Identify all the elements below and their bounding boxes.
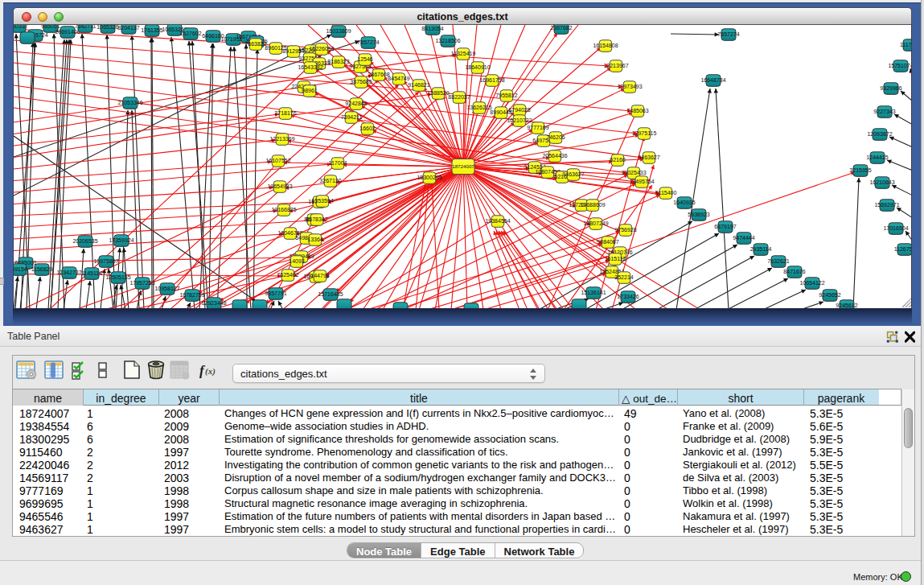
svg-text:(x): (x): [205, 366, 216, 377]
svg-text:1640935: 1640935: [673, 200, 695, 205]
svg-text:15136141: 15136141: [581, 290, 606, 295]
svg-text:9329966: 9329966: [880, 85, 901, 91]
svg-text:7857274: 7857274: [357, 39, 379, 45]
svg-text:98961: 98961: [302, 88, 318, 93]
svg-text:16107552: 16107552: [265, 158, 290, 163]
svg-text:16210643: 16210643: [869, 179, 894, 185]
svg-text:1353594: 1353594: [311, 198, 333, 204]
svg-text:17957253: 17957253: [129, 280, 154, 286]
svg-text:7632621: 7632621: [767, 258, 789, 264]
svg-text:9242848: 9242848: [345, 101, 367, 106]
svg-text:12213967: 12213967: [603, 63, 628, 68]
svg-text:10025433: 10025433: [621, 170, 646, 175]
svg-text:10958127: 10958127: [154, 286, 179, 291]
svg-text:7625402: 7625402: [277, 272, 298, 278]
svg-text:20206535: 20206535: [72, 238, 97, 244]
svg-text:21053346: 21053346: [117, 100, 142, 105]
svg-text:9474444: 9474444: [733, 235, 754, 241]
svg-text:16782759: 16782759: [179, 292, 204, 298]
svg-text:18724007: 18724007: [452, 163, 474, 169]
svg-text:1156829: 1156829: [31, 266, 53, 272]
svg-text:7955812: 7955812: [495, 93, 517, 98]
svg-text:15692971: 15692971: [874, 202, 899, 208]
svg-text:6794028: 6794028: [508, 107, 530, 113]
svg-text:16961758: 16961758: [479, 77, 504, 83]
svg-text:117004: 117004: [329, 160, 347, 166]
svg-text:2718176: 2718176: [274, 110, 296, 116]
svg-text:18640910: 18640910: [465, 64, 490, 70]
svg-text:62160: 62160: [610, 157, 626, 163]
svg-text:10973493: 10973493: [617, 84, 642, 89]
svg-text:12975115: 12975115: [632, 130, 657, 136]
svg-text:20691406: 20691406: [55, 29, 80, 35]
svg-text:7342711: 7342711: [75, 25, 97, 29]
svg-text:8813054: 8813054: [421, 26, 443, 31]
svg-text:13364: 13364: [307, 237, 323, 242]
svg-text:5938923: 5938923: [688, 212, 709, 217]
svg-text:7394211: 7394211: [341, 114, 363, 120]
svg-text:9777169: 9777169: [527, 125, 548, 130]
svg-text:1244415: 1244415: [866, 154, 888, 160]
svg-text:9463627: 9463627: [562, 171, 584, 177]
svg-text:14093: 14093: [289, 258, 305, 264]
svg-text:12093872: 12093872: [867, 131, 892, 137]
svg-text:19654983: 19654983: [267, 183, 292, 189]
svg-text:1588520: 1588520: [427, 90, 449, 96]
svg-text:12342737: 12342737: [56, 270, 81, 275]
svg-text:15716485: 15716485: [318, 291, 343, 297]
svg-text:9115400: 9115400: [655, 190, 677, 196]
svg-text:1527602: 1527602: [179, 31, 201, 36]
svg-text:9245612: 9245612: [836, 303, 857, 308]
svg-text:6879197: 6879197: [714, 224, 736, 229]
svg-text:12546: 12546: [357, 56, 373, 62]
svg-text:8471676: 8471676: [783, 269, 805, 274]
svg-text:11325419: 11325419: [451, 51, 476, 56]
svg-text:18300295: 18300295: [417, 175, 441, 180]
svg-text:9227343: 9227343: [873, 109, 895, 114]
svg-text:8454749: 8454749: [388, 76, 409, 81]
svg-text:2387682: 2387682: [550, 25, 572, 31]
svg-text:19384554: 19384554: [485, 218, 510, 224]
svg-text:13218506: 13218506: [435, 38, 460, 43]
svg-text:1761355: 1761355: [141, 27, 162, 33]
svg-text:1117250: 1117250: [900, 42, 912, 47]
svg-text:15751074: 15751074: [888, 63, 912, 68]
svg-text:16648784: 16648784: [700, 77, 725, 83]
svg-text:1145114: 1145114: [81, 270, 102, 276]
svg-text:1733426: 1733426: [617, 294, 639, 299]
svg-text:1065326: 1065326: [97, 25, 118, 30]
svg-text:9857791: 9857791: [265, 290, 286, 296]
svg-text:8186323: 8186323: [327, 59, 349, 64]
svg-text:8822037: 8822037: [448, 94, 470, 100]
svg-text:746206: 746206: [546, 134, 565, 140]
svg-text:3267130: 3267130: [319, 178, 341, 183]
svg-text:16602: 16602: [359, 126, 376, 131]
svg-text:3215955: 3215955: [849, 167, 871, 173]
svg-text:16543382: 16543382: [298, 64, 322, 70]
svg-text:9245652: 9245652: [819, 292, 840, 298]
svg-text:15226058: 15226058: [309, 46, 334, 51]
svg-text:8678342: 8678342: [306, 216, 327, 222]
svg-text:12923448: 12923448: [201, 300, 226, 306]
svg-text:7857274: 7857274: [717, 31, 739, 37]
svg-text:20564436: 20564436: [542, 153, 567, 159]
svg-text:18807249: 18807249: [583, 220, 608, 226]
svg-text:10654122: 10654122: [799, 280, 824, 286]
svg-text:1615112: 1615112: [605, 256, 626, 262]
svg-text:9084067: 9084067: [597, 239, 618, 245]
svg-text:7663822: 7663822: [244, 41, 266, 47]
svg-text:12213369: 12213369: [269, 136, 294, 142]
svg-text:10975867: 10975867: [93, 258, 118, 264]
svg-text:252214: 252214: [614, 274, 633, 280]
svg-text:9146821: 9146821: [408, 82, 429, 88]
svg-text:17016504: 17016504: [883, 225, 908, 231]
svg-text:17359924: 17359924: [109, 237, 133, 243]
svg-text:16154808: 16154808: [593, 43, 618, 48]
svg-text:144793: 144793: [310, 273, 329, 278]
svg-text:9756928: 9756928: [614, 227, 636, 233]
svg-text:160337: 160337: [14, 25, 28, 29]
svg-text:9463627: 9463627: [638, 154, 659, 160]
svg-text:7485063: 7485063: [626, 108, 648, 113]
svg-text:2867608: 2867608: [368, 72, 389, 77]
svg-text:19166825: 19166825: [271, 207, 296, 212]
